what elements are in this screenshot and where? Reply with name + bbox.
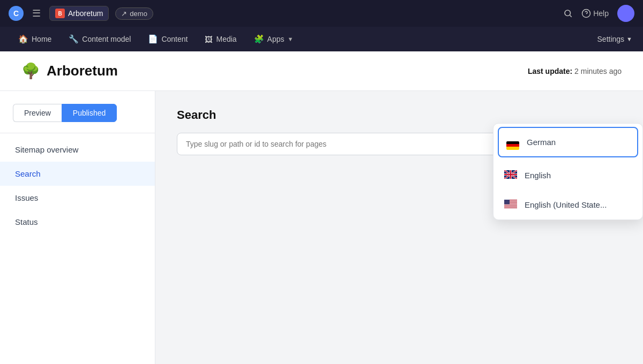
nav-label-content: Content [161, 35, 188, 43]
content-area: Search All locales [155, 91, 643, 364]
apps-chevron-icon: ▼ [288, 36, 294, 42]
nav-item-apps[interactable]: 🧩 Apps ▼ [246, 31, 301, 47]
media-icon: 🖼 [205, 35, 213, 44]
nav-item-content-model[interactable]: 🔧 Content model [61, 31, 138, 47]
settings-chevron-icon: ▼ [626, 36, 632, 42]
sidebar-item-sitemap-overview[interactable]: Sitemap overview [0, 138, 155, 162]
settings-button[interactable]: Settings ▼ [597, 35, 632, 43]
tab-row: Preview Published [0, 104, 155, 133]
sidebar-item-issues[interactable]: Issues [0, 186, 155, 210]
sidebar: Preview Published Sitemap overview Searc… [0, 91, 155, 364]
page-title-area: 🌳 Arboretum [21, 62, 118, 80]
locale-label-german: German [527, 138, 556, 147]
locale-option-english-us[interactable]: English (United State... [494, 190, 642, 219]
nav-item-media[interactable]: 🖼 Media [197, 32, 244, 47]
help-label: Help [593, 9, 609, 18]
german-flag-icon [506, 134, 519, 150]
settings-label: Settings [597, 35, 625, 43]
svg-rect-15 [504, 200, 510, 204]
topbar-logo: C [9, 6, 24, 21]
apps-icon: 🧩 [254, 34, 264, 44]
demo-arrow-icon: ↗ [121, 10, 127, 18]
demo-label: demo [130, 10, 147, 18]
tab-preview[interactable]: Preview [13, 104, 62, 122]
last-update-value: 2 minutes ago [574, 67, 622, 75]
svg-line-1 [570, 15, 572, 17]
brand-badge[interactable]: B Arboretum [49, 6, 109, 21]
page-header: 🌳 Arboretum Last update: 2 minutes ago [0, 51, 643, 91]
topbar-actions: Help [563, 5, 634, 22]
nav-item-content[interactable]: 📄 Content [140, 31, 195, 47]
hamburger-menu[interactable]: ☰ [30, 5, 43, 21]
nav-label-apps: Apps [267, 35, 285, 43]
user-avatar[interactable] [617, 5, 634, 22]
tab-published[interactable]: Published [62, 104, 117, 122]
brand-name: Arboretum [68, 9, 103, 18]
page-emoji: 🌳 [21, 62, 40, 80]
sidebar-divider [0, 133, 155, 133]
english-us-flag-icon [504, 199, 517, 211]
last-update: Last update: 2 minutes ago [528, 67, 622, 75]
locale-label-english: English [525, 171, 551, 180]
search-button[interactable] [563, 9, 573, 18]
navbar: 🏠 Home 🔧 Content model 📄 Content 🖼 Media… [0, 27, 643, 51]
sidebar-item-search[interactable]: Search [0, 162, 155, 186]
home-icon: 🏠 [18, 34, 28, 44]
help-button[interactable]: Help [581, 9, 609, 18]
last-update-label: Last update: [528, 67, 572, 75]
content-icon: 📄 [148, 34, 158, 44]
nav-label-media: Media [216, 35, 236, 43]
page-title: Arboretum [47, 63, 118, 79]
brand-icon: B [55, 9, 65, 18]
topbar: C ☰ B Arboretum ↗ demo Help [0, 0, 643, 27]
content-title: Search [177, 108, 622, 122]
content-model-icon: 🔧 [69, 34, 79, 44]
sidebar-item-status[interactable]: Status [0, 210, 155, 234]
svg-rect-13 [504, 206, 517, 206]
nav-item-home[interactable]: 🏠 Home [11, 31, 59, 47]
search-input-wrap [177, 133, 547, 155]
english-flag-icon [504, 169, 517, 181]
nav-label-content-model: Content model [82, 35, 131, 43]
search-input[interactable] [177, 133, 547, 155]
main-layout: Preview Published Sitemap overview Searc… [0, 91, 643, 364]
locale-option-german[interactable]: German [498, 127, 638, 157]
nav-label-home: Home [32, 35, 51, 43]
locale-option-english[interactable]: English [494, 161, 642, 190]
svg-point-0 [565, 10, 571, 16]
locale-dropdown: German English [493, 123, 643, 220]
svg-rect-14 [504, 207, 517, 207]
locale-label-english-us: English (United State... [525, 200, 607, 209]
svg-rect-12 [504, 204, 517, 204]
demo-badge[interactable]: ↗ demo [115, 7, 153, 20]
